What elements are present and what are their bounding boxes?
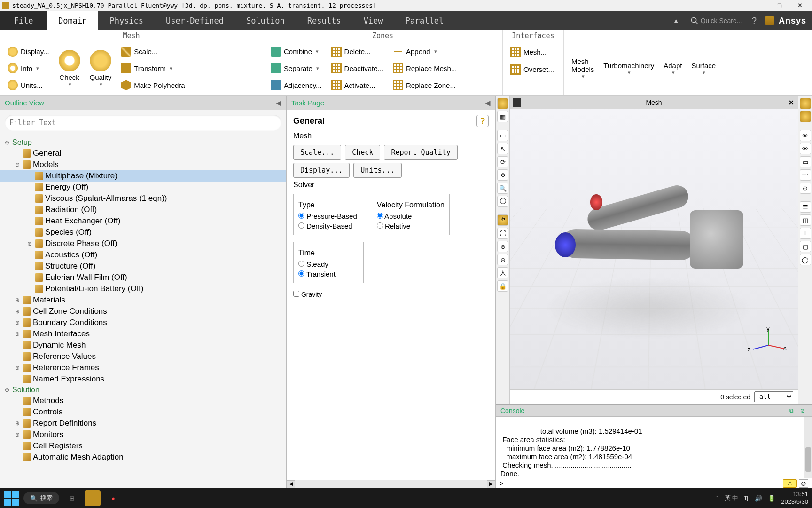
tree-expand-icon[interactable]: ⊕ — [26, 240, 33, 247]
btn-scale[interactable]: Scale... — [293, 145, 341, 160]
opt-density-based[interactable]: Density-Based — [298, 221, 357, 231]
menu-user-defined[interactable]: User-Defined — [155, 11, 235, 30]
ribbon-delete[interactable]: Delete... — [329, 46, 385, 58]
taskpage-collapse-icon[interactable]: ◀ — [485, 99, 491, 107]
start-button[interactable] — [4, 491, 19, 506]
ribbon-overset[interactable]: Overset... — [508, 64, 556, 76]
console-prompt[interactable]: > ⚠ ⊘ — [496, 478, 812, 488]
tree-node-structure-off[interactable]: Structure (Off) — [0, 261, 286, 272]
taskbar-search[interactable]: 🔍 搜索 — [23, 492, 59, 504]
layout-icon[interactable] — [765, 16, 774, 25]
btn-check[interactable]: Check — [345, 145, 380, 160]
vtool-zoomin-icon[interactable]: ⊕ — [497, 241, 508, 252]
vtool-zoomout-icon[interactable]: ⊖ — [497, 254, 508, 265]
close-button[interactable]: ✕ — [789, 0, 810, 11]
ribbon-quality[interactable]: Quality▾ — [85, 43, 117, 94]
rtool-text-icon[interactable]: Ｔ — [800, 228, 811, 239]
ribbon-mesh-interface[interactable]: Mesh... — [508, 46, 556, 58]
opt-transient[interactable]: Transient — [298, 269, 359, 279]
tree-node-boundary-conditions[interactable]: ⊕Boundary Conditions — [0, 317, 286, 328]
ribbon-deactivate[interactable]: Deactivate... — [329, 62, 385, 74]
tree-expand-icon[interactable]: ⊕ — [14, 365, 21, 371]
tray-volume-icon[interactable]: 🔊 — [755, 495, 762, 502]
tree-node-materials[interactable]: ⊕Materials — [0, 294, 286, 306]
menu-results[interactable]: Results — [296, 11, 352, 30]
ribbon-append[interactable]: Append▾ — [391, 46, 459, 58]
tree-node-monitors[interactable]: ⊕Monitors — [0, 429, 286, 440]
gravity-checkbox[interactable]: Gravity — [293, 291, 322, 298]
menu-physics[interactable]: Physics — [98, 11, 155, 30]
ribbon-adapt[interactable]: Adapt▾ — [659, 60, 687, 78]
menu-solution[interactable]: Solution — [235, 11, 296, 30]
outline-filter-input[interactable] — [5, 115, 281, 131]
rtool-rect-icon[interactable]: ▢ — [800, 241, 811, 252]
quick-search[interactable]: Quick Searc… — [690, 16, 743, 25]
tree-node-solution[interactable]: ⊖Solution — [0, 385, 286, 395]
ribbon-scale[interactable]: Scale... — [119, 46, 187, 58]
btn-display[interactable]: Display... — [293, 163, 350, 178]
tree-node-eulerian-wall-film-off[interactable]: Eulerian Wall Film (Off) — [0, 272, 286, 283]
tree-node-mesh-interfaces[interactable]: ⊕Mesh Interfaces — [0, 328, 286, 340]
tree-node-reference-frames[interactable]: ⊕Reference Frames — [0, 362, 286, 373]
viewport-close-icon[interactable]: ✕ — [789, 99, 794, 106]
taskbar-app-fluent[interactable] — [85, 490, 101, 506]
tree-node-potential-li-ion-battery-off[interactable]: Potential/Li-ion Battery (Off) — [0, 283, 286, 294]
ribbon-adjacency[interactable]: Adjacency... — [269, 79, 324, 91]
menu-view[interactable]: View — [352, 11, 394, 30]
tree-node-models[interactable]: ⊖Models — [0, 159, 286, 170]
minimize-button[interactable]: — — [748, 0, 769, 11]
rtool-highlight-icon[interactable]: 👁 — [800, 130, 811, 141]
tree-expand-icon[interactable]: ⊕ — [14, 331, 21, 337]
rtool-highlight2-icon[interactable]: 👁 — [800, 143, 811, 154]
tree-node-multiphase-mixture[interactable]: Multiphase (Mixture) — [0, 170, 286, 182]
ribbon-separate[interactable]: Separate▾ — [269, 62, 324, 74]
tree-node-named-expressions[interactable]: Named Expressions — [0, 373, 286, 385]
ribbon-transform[interactable]: Transform▾ — [119, 62, 187, 74]
vtool-arrow-icon[interactable]: ↖ — [497, 143, 508, 154]
menu-domain[interactable]: Domain — [47, 11, 98, 30]
vtool-lock-icon[interactable]: 🔒 — [497, 280, 508, 292]
tree-node-general[interactable]: General — [0, 148, 286, 159]
tree-node-discrete-phase-off[interactable]: ⊕Discrete Phase (Off) — [0, 238, 286, 249]
vtool-select-icon[interactable]: ▭ — [497, 130, 508, 141]
ribbon-display[interactable]: Display... — [6, 46, 51, 58]
tree-expand-icon[interactable]: ⊕ — [14, 431, 21, 438]
btn-report-quality[interactable]: Report Quality — [384, 145, 457, 160]
tree-node-dynamic-mesh[interactable]: Dynamic Mesh — [0, 340, 286, 351]
rtool-list-icon[interactable]: ☰ — [800, 201, 811, 213]
vtool-axis-icon[interactable]: 人 — [497, 267, 508, 278]
btn-units[interactable]: Units... — [353, 163, 401, 178]
console-clear-icon[interactable]: ⊘ — [798, 406, 807, 415]
rtool-curve-icon[interactable]: 〰 — [800, 169, 811, 181]
ribbon-units[interactable]: Units... — [6, 79, 51, 91]
ribbon-replace-zone[interactable]: Replace Zone... — [391, 79, 459, 91]
rtool-point-icon[interactable]: ⊙ — [800, 183, 811, 194]
ribbon-replace-mesh[interactable]: Replace Mesh... — [391, 62, 459, 74]
taskpage-hscrollbar[interactable]: ◀▶ — [287, 480, 495, 488]
tree-expand-icon[interactable]: ⊕ — [14, 297, 21, 303]
tree-node-species-off[interactable]: Species (Off) — [0, 227, 286, 238]
rtool-split-icon[interactable]: ◫ — [800, 214, 811, 226]
help-icon[interactable]: ? — [748, 16, 761, 26]
console-stop-icon[interactable]: ⊘ — [799, 479, 808, 488]
console-popout-icon[interactable]: ⧉ — [787, 406, 796, 415]
menu-file[interactable]: File — [0, 11, 47, 30]
tree-node-cell-zone-conditions[interactable]: ⊕Cell Zone Conditions — [0, 306, 286, 317]
tree-node-viscous-spalart-allmaras-1-eqn[interactable]: Viscous (Spalart-Allmaras (1 eqn)) — [0, 193, 286, 204]
tree-node-radiation-off[interactable]: Radiation (Off) — [0, 204, 286, 215]
vtool-rotate-icon[interactable]: ⟳ — [497, 156, 508, 167]
console-scrollbar[interactable] — [804, 417, 812, 478]
tray-chevron-icon[interactable]: ˄ — [716, 495, 719, 502]
tree-node-automatic-mesh-adaption[interactable]: Automatic Mesh Adaption — [0, 452, 286, 463]
opt-pressure-based[interactable]: Pressure-Based — [298, 211, 357, 221]
tree-expand-icon[interactable]: ⊕ — [14, 420, 21, 427]
ribbon-surface[interactable]: Surface▾ — [687, 60, 720, 78]
ribbon-activate[interactable]: Activate... — [329, 79, 385, 91]
tree-node-heat-exchanger-off[interactable]: Heat Exchanger (Off) — [0, 215, 286, 227]
vtool-info-icon[interactable]: ⓘ — [497, 196, 508, 207]
task-view-icon[interactable]: ⊞ — [64, 490, 80, 506]
tree-node-methods[interactable]: Methods — [0, 395, 286, 406]
tree-node-energy-off[interactable]: Energy (Off) — [0, 182, 286, 193]
menu-parallel[interactable]: Parallel — [394, 11, 455, 30]
tree-node-reference-values[interactable]: Reference Values — [0, 351, 286, 362]
